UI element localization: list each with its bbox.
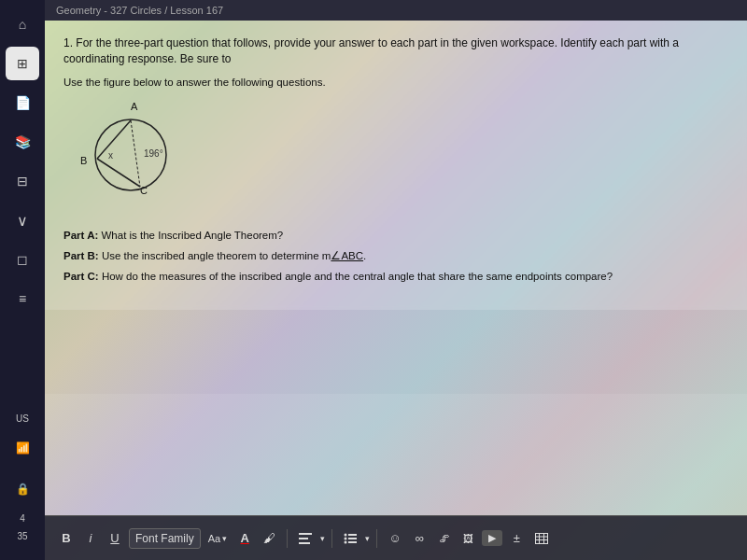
question-instruction-text: For the three-part question that follows…: [63, 36, 679, 65]
svg-text:B: B: [80, 155, 87, 166]
emoji-button[interactable]: ☺: [384, 528, 405, 548]
main-content: Geometry - 327 Circles / Lesson 167 1. F…: [45, 0, 747, 560]
sidebar-icon-doc[interactable]: 📄: [6, 86, 39, 119]
sidebar-lock-icon: 🔒: [6, 472, 39, 506]
answer-workspace[interactable]: [45, 394, 747, 515]
sidebar-icon-chevron[interactable]: ∨: [6, 203, 39, 237]
table-button[interactable]: [530, 530, 553, 547]
link-button[interactable]: ∞: [409, 528, 430, 548]
font-family-dropdown[interactable]: Font Family: [129, 528, 201, 549]
sidebar-battery: 35: [17, 531, 27, 541]
top-bar: Geometry - 327 Circles / Lesson 167: [45, 0, 747, 21]
part-a-text: What is the Inscribed Angle Theorem?: [101, 230, 283, 241]
part-a-label: Part A:: [63, 230, 98, 241]
math-button[interactable]: ±: [506, 528, 527, 548]
sidebar-icon-book[interactable]: 📚: [6, 125, 39, 159]
svg-text:A: A: [131, 101, 138, 112]
underline-button[interactable]: U: [105, 528, 125, 548]
question-container: 1. For the three-part question that foll…: [45, 21, 747, 310]
sidebar-icon-list[interactable]: ≡: [6, 282, 39, 315]
separator-2: [331, 529, 332, 548]
sidebar-wifi-icon: 📶: [6, 431, 39, 465]
align-arrow: ▾: [320, 534, 325, 543]
sidebar-icon-box[interactable]: ◻: [6, 243, 39, 276]
circle-diagram: A B C x 196°: [73, 101, 194, 213]
part-c-label: Part C:: [63, 271, 99, 282]
svg-line-6: [131, 120, 140, 187]
image-button[interactable]: 🖼: [458, 530, 478, 547]
geometry-diagram: A B C x 196°: [73, 101, 194, 213]
attach-button[interactable]: 🖇: [433, 530, 454, 547]
svg-point-12: [345, 533, 347, 536]
svg-line-4: [97, 120, 131, 159]
svg-rect-18: [536, 533, 548, 543]
parts-section: Part A: What is the Inscribed Angle Theo…: [63, 228, 728, 284]
sidebar-time: 4: [20, 513, 25, 524]
list-button[interactable]: [339, 530, 361, 547]
svg-rect-10: [299, 538, 308, 539]
font-size-dropdown[interactable]: Aa ▾: [204, 531, 231, 546]
part-b-line: Part B: Use the inscribed angle theorem …: [63, 248, 728, 263]
part-b-label: Part B:: [63, 250, 99, 261]
svg-point-16: [345, 540, 347, 543]
question-number-label: 1.: [63, 36, 73, 49]
svg-line-5: [97, 159, 140, 187]
svg-rect-9: [299, 533, 312, 535]
font-color-button[interactable]: A: [234, 528, 255, 548]
svg-text:x: x: [108, 150, 113, 161]
editor-toolbar: B i U Font Family Aa ▾ A 🖌 ▾ ▾ ☺ ∞ 🖇 🖼 ▶…: [45, 515, 747, 560]
font-size-label: Aa: [208, 533, 220, 544]
separator-1: [287, 529, 288, 548]
svg-text:196°: 196°: [144, 148, 163, 159]
paint-button[interactable]: 🖌: [259, 528, 280, 548]
svg-point-14: [345, 537, 347, 539]
sidebar: ⌂ ⊞ 📄 📚 ⊟ ∨ ◻ ≡ US 📶 🔒 4 35: [0, 0, 45, 560]
figure-label: Use the figure below to answer the follo…: [63, 77, 728, 88]
part-c-text: How do the measures of the inscribed ang…: [102, 271, 613, 282]
sidebar-country: US: [16, 413, 29, 424]
svg-rect-15: [348, 538, 357, 539]
question-instruction: 1. For the three-part question that foll…: [63, 35, 728, 67]
italic-button[interactable]: i: [80, 528, 101, 548]
part-b-text: Use the inscribed angle theorem to deter…: [102, 250, 366, 261]
figure-area: A B C x 196°: [63, 101, 728, 213]
part-a-line: Part A: What is the Inscribed Angle Theo…: [63, 228, 728, 243]
svg-rect-11: [299, 542, 310, 544]
sidebar-icon-home[interactable]: ⌂: [6, 7, 39, 41]
sidebar-icon-badge[interactable]: ⊟: [6, 164, 39, 198]
video-button[interactable]: ▶: [482, 530, 502, 546]
top-bar-title: Geometry - 327 Circles / Lesson 167: [56, 5, 223, 16]
align-button[interactable]: [294, 530, 317, 547]
svg-rect-17: [348, 541, 357, 543]
separator-3: [376, 529, 377, 548]
svg-rect-13: [348, 534, 357, 536]
list-arrow: ▾: [365, 534, 370, 543]
part-b-underline: ∠ABC: [331, 250, 363, 261]
bold-button[interactable]: B: [56, 528, 77, 548]
sidebar-icon-grid[interactable]: ⊞: [6, 47, 39, 80]
part-c-line: Part C: How do the measures of the inscr…: [63, 269, 728, 284]
font-size-arrow: ▾: [222, 534, 227, 543]
